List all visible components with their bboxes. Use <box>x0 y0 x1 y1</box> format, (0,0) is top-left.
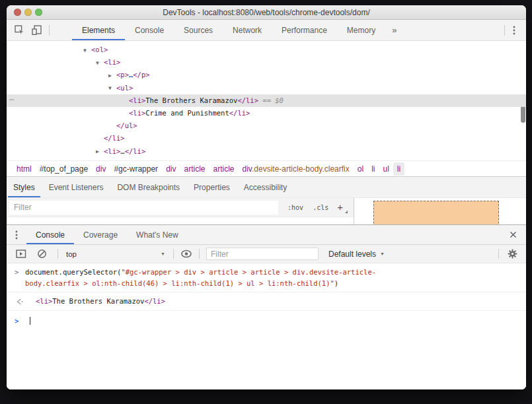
styles-tab-accessibility[interactable]: Accessibility <box>239 177 292 197</box>
log-levels-select[interactable]: Default levels ▼ <box>328 250 385 259</box>
code-tag: </li> <box>104 134 125 142</box>
titlebar[interactable]: DevTools - localhost:8080/web/tools/chro… <box>7 5 526 20</box>
breadcrumb-item[interactable]: ol <box>354 162 367 176</box>
code-tag: div <box>96 164 106 174</box>
code-tag: <ul> <box>116 84 133 92</box>
more-tabs-chevron[interactable]: » <box>385 20 403 40</box>
disclosure-arrow-icon[interactable]: ▶ <box>96 145 104 158</box>
toggle-element-classes-button[interactable]: .cls <box>313 204 328 211</box>
disclosure-arrow-icon[interactable]: ▼ <box>83 44 91 57</box>
breadcrumb-item[interactable]: div <box>92 162 110 176</box>
device-toolbar-icon[interactable] <box>32 25 42 35</box>
tab-sources[interactable]: Sources <box>174 20 223 40</box>
tree-row[interactable]: ▶<p>…</p> <box>7 69 526 81</box>
inspect-element-icon[interactable] <box>15 25 24 35</box>
code-tag: article <box>213 164 234 174</box>
console-result[interactable]: <li>The Brothers Karamazov</li> <box>7 292 526 311</box>
styles-tab-styles[interactable]: Styles <box>8 177 40 197</box>
close-window-button[interactable] <box>14 9 21 16</box>
console-settings-gear-icon[interactable] <box>499 249 526 259</box>
tree-row[interactable]: </ul> <box>7 119 526 132</box>
breadcrumb-item[interactable]: div <box>162 162 180 176</box>
console-command[interactable]: > document.querySelector("#gc-wrapper > … <box>7 263 526 292</box>
breadcrumb: html#top_of_pagediv#gc-wrapperdivarticle… <box>7 160 526 176</box>
zoom-window-button[interactable] <box>35 9 42 16</box>
console-filter-input[interactable] <box>206 248 319 260</box>
breadcrumb-item[interactable]: html <box>13 162 36 176</box>
code-id: #top_of_page <box>40 164 88 174</box>
main-menu-dots-icon[interactable] <box>505 26 523 35</box>
breadcrumb-item[interactable]: article <box>180 162 209 176</box>
code-tag: <li> <box>104 58 120 66</box>
code-id: #gc-wrapper <box>114 164 158 174</box>
drawer-tab-coverage[interactable]: Coverage <box>74 225 127 244</box>
chevron-down-icon: ▼ <box>380 252 385 256</box>
clear-console-icon[interactable] <box>37 249 47 259</box>
divider <box>173 249 174 259</box>
breadcrumb-item[interactable]: #top_of_page <box>36 162 92 176</box>
new-style-rule-button[interactable]: + <box>337 203 343 212</box>
tab-console[interactable]: Console <box>125 20 174 40</box>
code-tag: <li> <box>129 109 145 117</box>
breadcrumb-item[interactable]: li <box>393 162 404 176</box>
return-value-icon <box>15 298 24 308</box>
tree-row[interactable]: ▶<li>…</li> <box>7 145 526 158</box>
code-tag: ol <box>358 164 363 174</box>
live-expression-eye-icon[interactable] <box>180 250 192 258</box>
more-actions-dots-icon[interactable]: ⋯ <box>9 94 14 106</box>
breadcrumb-item[interactable]: article <box>209 162 238 176</box>
code-plain: document.querySelector( <box>25 268 121 276</box>
disclosure-arrow-icon[interactable]: ▼ <box>108 82 116 94</box>
code-tag: <ol> <box>91 46 108 53</box>
styles-tab-properties[interactable]: Properties <box>188 177 235 197</box>
styles-rules-column: :hov .cls + <box>7 198 354 224</box>
styles-rules-area <box>7 217 354 224</box>
drawer-menu-dots-icon[interactable] <box>7 225 26 244</box>
styles-panel-tabs: StylesEvent ListenersDOM BreakpointsProp… <box>7 176 526 198</box>
code-meta: == <box>258 96 275 104</box>
styles-filter-bar: :hov .cls + <box>7 198 354 217</box>
divider <box>57 249 58 259</box>
tab-performance[interactable]: Performance <box>272 20 337 40</box>
disclosure-arrow-icon[interactable]: ▶ <box>108 69 116 82</box>
tree-row[interactable]: ▼<li> <box>7 56 526 69</box>
box-model-margin-box[interactable] <box>373 201 499 224</box>
breadcrumb-item[interactable]: #gc-wrapper <box>110 162 162 176</box>
result-text: <li>The Brothers Karamazov</li> <box>36 297 165 305</box>
chevron-down-icon: ▼ <box>161 252 165 256</box>
code-tag: article <box>184 164 205 174</box>
console-sidebar-toggle-icon[interactable] <box>16 250 26 258</box>
tab-memory[interactable]: Memory <box>337 20 385 40</box>
styles-filter-input[interactable] <box>9 201 278 215</box>
code-tag: <li> <box>36 297 52 305</box>
divider <box>199 249 200 259</box>
tab-elements[interactable]: Elements <box>72 20 125 40</box>
tree-row[interactable]: </li> <box>7 132 526 145</box>
prompt-chevron: > <box>15 317 19 325</box>
tree-row[interactable]: ▼<ol> <box>7 44 526 56</box>
styles-tab-dom-breakpoints[interactable]: DOM Breakpoints <box>112 177 185 197</box>
styles-tab-event-listeners[interactable]: Event Listeners <box>44 177 109 197</box>
close-drawer-icon[interactable] <box>500 225 526 244</box>
code-tag: <p> <box>116 71 129 79</box>
code-tag: </ul> <box>116 121 137 129</box>
breadcrumb-item[interactable]: li <box>367 162 379 176</box>
tabbar-right-group <box>504 20 526 40</box>
code-plain: Crime and Punishment <box>145 109 229 117</box>
execution-context-select[interactable]: top ▼ <box>66 250 165 258</box>
toggle-pseudo-classes-button[interactable]: :hov <box>287 204 303 211</box>
tree-row[interactable]: ▼<ul> <box>7 82 526 94</box>
console-toolbar: top ▼ Default levels ▼ <box>7 245 526 263</box>
breadcrumb-item[interactable]: ul <box>379 162 393 176</box>
code-tag: div <box>166 164 176 174</box>
minimize-window-button[interactable] <box>24 9 32 16</box>
console-prompt[interactable]: > <box>7 311 526 325</box>
drawer-tab-console[interactable]: Console <box>26 225 74 244</box>
disclosure-arrow-icon[interactable]: ▼ <box>96 57 104 69</box>
tree-row[interactable]: <li>Crime and Punishment</li> <box>7 107 526 119</box>
drawer-tabbar: ConsoleCoverageWhat's New <box>7 225 526 245</box>
breadcrumb-item[interactable]: div.devsite-article-body.clearfix <box>239 162 354 176</box>
tree-row[interactable]: ⋯<li>The Brothers Karamazov</li> == $0 <box>7 94 526 107</box>
drawer-tab-what-s-new[interactable]: What's New <box>127 225 188 244</box>
tab-network[interactable]: Network <box>223 20 272 40</box>
